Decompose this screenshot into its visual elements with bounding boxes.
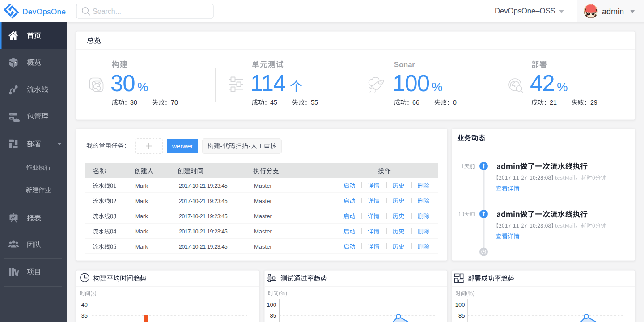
svg-text:2017-10-21 19:23:45: 2017-10-21 19:23:45 xyxy=(179,183,228,189)
svg-text:35: 35 xyxy=(81,312,88,319)
svg-text:%: % xyxy=(557,80,568,94)
svg-text:70: 70 xyxy=(171,99,178,106)
svg-text:55: 55 xyxy=(311,99,318,106)
svg-text:Mark: Mark xyxy=(135,182,148,189)
svg-text:Search...: Search... xyxy=(93,8,121,15)
svg-text:Sonar: Sonar xyxy=(394,60,415,68)
svg-text:Master: Master xyxy=(254,198,272,204)
svg-text:100: 100 xyxy=(267,301,276,308)
svg-text:21: 21 xyxy=(550,99,557,106)
svg-text:Mark: Mark xyxy=(135,228,148,235)
svg-text:2017-10-21 19:23:45: 2017-10-21 19:23:45 xyxy=(179,213,228,220)
svg-text:30: 30 xyxy=(130,99,137,106)
svg-text:Master: Master xyxy=(254,243,272,250)
svg-text:DevOpsOne–OSS: DevOpsOne–OSS xyxy=(495,7,555,15)
svg-text:66: 66 xyxy=(412,99,419,106)
svg-text:85: 85 xyxy=(458,312,465,319)
svg-text:114: 114 xyxy=(250,71,285,96)
svg-text:2017-10-21 19:23:45: 2017-10-21 19:23:45 xyxy=(179,244,228,250)
svg-text:85: 85 xyxy=(270,312,276,319)
svg-text:42: 42 xyxy=(530,71,555,96)
svg-text:Master: Master xyxy=(254,213,272,220)
svg-text:45: 45 xyxy=(270,99,277,106)
svg-text:0: 0 xyxy=(453,99,457,106)
svg-text:29: 29 xyxy=(590,99,597,106)
svg-text:40: 40 xyxy=(81,301,88,308)
svg-text:100: 100 xyxy=(393,71,429,96)
svg-text:werwer: werwer xyxy=(172,143,193,150)
svg-text:2017-10-21 19:23:45: 2017-10-21 19:23:45 xyxy=(179,198,228,204)
svg-text:Mark: Mark xyxy=(135,213,148,220)
svg-text:100: 100 xyxy=(455,301,465,308)
svg-text:%: % xyxy=(432,80,442,94)
svg-text:DevOpsOne: DevOpsOne xyxy=(22,7,66,16)
svg-text:2017-10-21 19:23:45: 2017-10-21 19:23:45 xyxy=(179,229,228,235)
svg-text:30: 30 xyxy=(110,71,135,96)
svg-text:%: % xyxy=(137,80,148,94)
svg-text:Mark: Mark xyxy=(135,198,148,204)
svg-text:Master: Master xyxy=(254,182,272,189)
svg-text:Master: Master xyxy=(254,228,272,235)
svg-text:Mark: Mark xyxy=(135,243,148,250)
svg-text:admin: admin xyxy=(602,7,624,16)
